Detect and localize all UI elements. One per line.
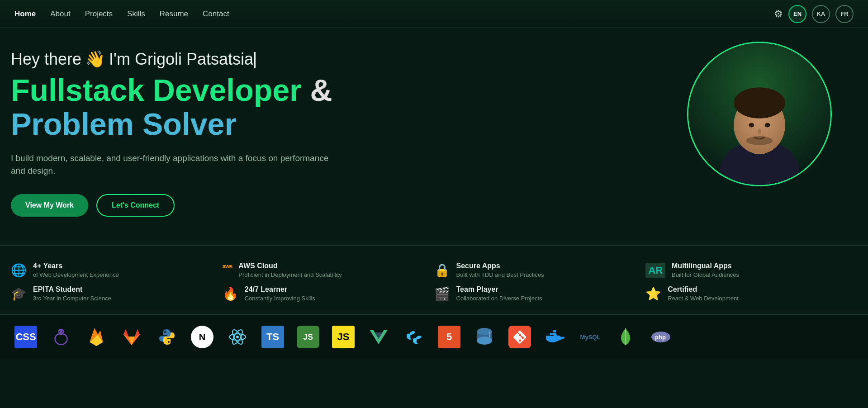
lang-fr-button[interactable]: FR xyxy=(835,5,854,23)
stat-secure: 🔒 Secure Apps Built with TDD and Best Pr… xyxy=(434,258,646,282)
fire-icon: 🔥 xyxy=(223,286,238,301)
postgresql-icon xyxy=(473,326,496,348)
javascript-icon: JS xyxy=(332,326,355,348)
navbar: Home About Projects Skills Resume Contac… xyxy=(0,0,868,28)
git-icon xyxy=(508,326,531,348)
stat-secure-desc: Built with TDD and Best Practices xyxy=(456,271,544,278)
aws-icon: aws xyxy=(223,263,232,270)
stat-multilingual: AR Multilingual Apps Built for Global Au… xyxy=(645,258,857,282)
stats-section: 🌐 4+ Years of Web Development Experience… xyxy=(0,245,868,314)
nav-home[interactable]: Home xyxy=(14,9,36,18)
tailwind-icon xyxy=(403,326,425,348)
greeting: Hey there 👋 I'm Grigoli Patsatsia xyxy=(11,50,418,69)
hero-buttons: View My Work Let's Connect xyxy=(11,194,418,217)
stat-team-title: Team Player xyxy=(456,285,542,294)
portrait-image xyxy=(688,43,830,185)
nav-links: Home About Projects Skills Resume Contac… xyxy=(14,9,229,19)
hero-description: I build modern, scalable, and user-frien… xyxy=(11,152,337,178)
svg-rect-32 xyxy=(553,330,556,332)
intro-text: I'm Grigoli Patsatsia xyxy=(109,50,256,69)
nav-skills[interactable]: Skills xyxy=(127,9,145,18)
svg-point-5 xyxy=(734,87,785,119)
stat-years: 🌐 4+ Years of Web Development Experience xyxy=(11,258,223,282)
stat-years-title: 4+ Years xyxy=(33,262,119,270)
graduation-icon: 🎓 xyxy=(11,286,27,301)
typescript-icon: TS xyxy=(261,326,284,348)
svg-rect-30 xyxy=(550,333,553,335)
title-blue: Problem Solver xyxy=(11,107,237,141)
stat-learner-title: 24/7 Learner xyxy=(245,285,315,294)
stat-years-desc: of Web Development Experience xyxy=(33,271,119,278)
translate-icon: AR xyxy=(645,263,665,278)
lang-ka-button[interactable]: KA xyxy=(812,5,830,23)
stat-aws-desc: Proficient in Deployment and Scalability xyxy=(238,271,342,278)
stat-secure-title: Secure Apps xyxy=(456,262,544,270)
stat-aws-title: AWS Cloud xyxy=(238,262,342,270)
vuejs-icon xyxy=(367,326,390,348)
svg-point-7 xyxy=(765,123,770,128)
certified-icon: ⭐ xyxy=(645,286,661,301)
nodejs-icon: JS xyxy=(297,326,319,348)
stat-team: 🎬 Team Player Collaborated on Diverse Pr… xyxy=(434,282,646,305)
python-icon xyxy=(156,326,178,348)
hero-section: Hey there 👋 I'm Grigoli Patsatsia Fullst… xyxy=(0,28,868,245)
nav-right: ⚙ EN KA FR xyxy=(774,5,854,23)
nextjs-icon: N xyxy=(191,326,213,348)
cursor xyxy=(254,52,256,68)
react-icon xyxy=(226,326,249,348)
greeting-text: Hey there xyxy=(11,50,81,69)
hero-text: Hey there 👋 I'm Grigoli Patsatsia Fullst… xyxy=(11,50,418,217)
stat-cert-desc: React & Web Development xyxy=(668,295,739,302)
mysql-icon: MySQL xyxy=(579,326,602,348)
lang-en-button[interactable]: EN xyxy=(788,5,806,23)
stat-learner-desc: Constantly Improving Skills xyxy=(245,295,315,302)
svg-text:php: php xyxy=(655,334,666,341)
stat-cert-title: Certified xyxy=(668,285,739,294)
docker-icon xyxy=(544,326,566,348)
redux-icon xyxy=(50,326,72,348)
view-work-button[interactable]: View My Work xyxy=(11,194,88,217)
nav-contact[interactable]: Contact xyxy=(203,9,229,18)
stat-epita-title: EPITA Student xyxy=(33,285,111,294)
stat-aws: aws AWS Cloud Proficient in Deployment a… xyxy=(223,258,434,282)
gear-icon: ⚙ xyxy=(774,8,783,20)
tech-bar: CSS N xyxy=(0,314,868,359)
hero-title: Fullstack Developer & Problem Solver xyxy=(11,73,418,141)
nav-about[interactable]: About xyxy=(50,9,70,18)
portrait xyxy=(687,42,832,186)
stat-epita: 🎓 EPITA Student 3rd Year in Computer Sci… xyxy=(11,282,223,305)
wave-emoji: 👋 xyxy=(85,50,105,69)
gitlab-icon xyxy=(120,326,143,348)
settings-button[interactable]: ⚙ xyxy=(774,8,783,20)
svg-point-11 xyxy=(60,330,62,333)
stat-epita-desc: 3rd Year in Computer Science xyxy=(33,295,111,302)
svg-point-9 xyxy=(746,136,773,145)
lets-connect-button[interactable]: Let's Connect xyxy=(96,194,175,217)
title-green: Fullstack Developer xyxy=(11,73,301,107)
html5-icon: 5 xyxy=(438,326,460,348)
php-icon: php xyxy=(650,326,672,348)
nav-projects[interactable]: Projects xyxy=(85,9,113,18)
stat-multi-desc: Built for Global Audiences xyxy=(672,271,739,278)
css3-icon: CSS xyxy=(14,326,37,348)
team-icon: 🎬 xyxy=(434,286,450,301)
globe-icon: 🌐 xyxy=(11,263,27,278)
stat-multi-title: Multilingual Apps xyxy=(672,262,739,270)
nav-resume[interactable]: Resume xyxy=(160,9,188,18)
stat-certified: ⭐ Certified React & Web Development xyxy=(645,282,857,305)
firebase-icon xyxy=(85,326,108,348)
mongodb-icon xyxy=(614,326,637,348)
svg-point-8 xyxy=(758,129,761,134)
stat-team-desc: Collaborated on Diverse Projects xyxy=(456,295,542,302)
svg-point-6 xyxy=(749,123,754,128)
svg-point-19 xyxy=(236,336,239,338)
lock-icon: 🔒 xyxy=(434,263,450,278)
stat-learner: 🔥 24/7 Learner Constantly Improving Skil… xyxy=(223,282,434,305)
